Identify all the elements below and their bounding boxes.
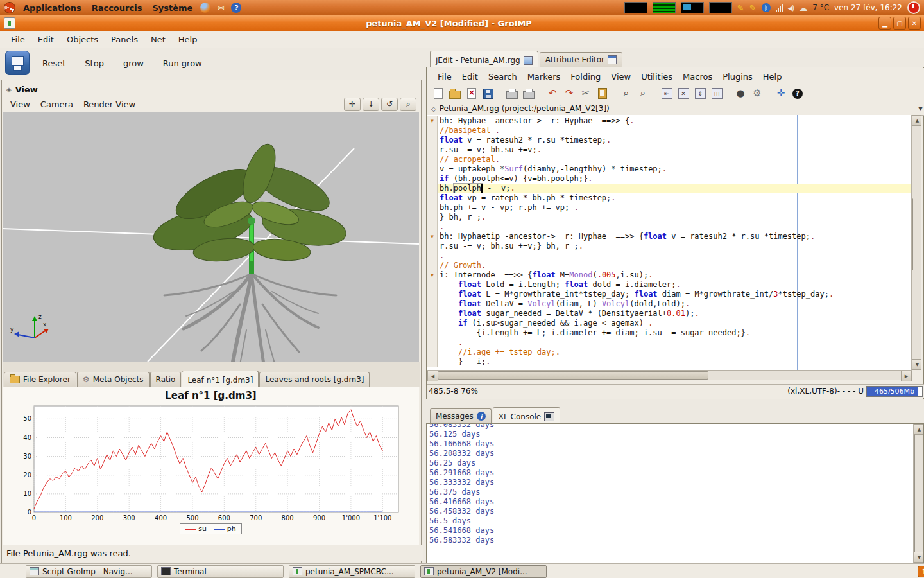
- code-line[interactable]: ▼bh: Hyphae -ancestor-> r: Hyphae ==>> {…: [427, 116, 912, 126]
- viewport-3d[interactable]: z x y: [3, 112, 419, 362]
- code-line[interactable]: float Lold = i.Length; float dold = i.di…: [427, 280, 912, 290]
- fold-gutter[interactable]: ▼: [427, 232, 438, 241]
- fold-gutter[interactable]: [427, 155, 438, 164]
- fold-gutter[interactable]: [427, 222, 438, 232]
- jedit-buffer-row[interactable]: ◇ Petunia_AM.rgg (project:/petunia_AM_V2…: [427, 102, 924, 116]
- scroll-down-icon[interactable]: ▼: [912, 359, 921, 370]
- view-menu-render-view[interactable]: Render View: [78, 98, 141, 110]
- remove-trailing-ws-icon[interactable]: ✕: [676, 87, 690, 101]
- help-icon[interactable]: ?: [791, 87, 805, 101]
- find-next-icon[interactable]: ⌕: [636, 87, 650, 101]
- fold-gutter[interactable]: [427, 261, 438, 270]
- toolbar-button-stop[interactable]: Stop: [81, 56, 108, 71]
- panel-menu-raccourcis[interactable]: Raccourcis: [89, 3, 145, 13]
- rotate-view-tool-icon[interactable]: ↺: [381, 98, 398, 111]
- editor-vscrollbar[interactable]: ▲ ▼: [911, 115, 921, 370]
- fold-gutter[interactable]: [427, 299, 438, 309]
- code-line[interactable]: // acropetal.: [427, 155, 912, 164]
- fold-gutter[interactable]: [427, 145, 438, 155]
- panel-menu-applications[interactable]: Applications: [21, 3, 84, 13]
- fold-gutter[interactable]: ▼: [427, 270, 438, 280]
- volume-icon[interactable]: ◀): [788, 4, 794, 12]
- fold-gutter[interactable]: [427, 319, 438, 328]
- scroll-right-icon[interactable]: ▶: [901, 371, 912, 381]
- fold-gutter[interactable]: [427, 174, 438, 184]
- jedit-menu-edit[interactable]: Edit: [457, 70, 483, 83]
- editor-hscrollbar[interactable]: ◀ ▶: [427, 370, 912, 380]
- fold-gutter[interactable]: [427, 338, 438, 347]
- find-icon[interactable]: ⌕: [619, 87, 633, 101]
- code-line[interactable]: float v = ratesuh2 * r.su *timestep;.: [427, 136, 912, 145]
- jedit-menu-help[interactable]: Help: [758, 70, 787, 83]
- window-titlebar[interactable]: petunia_AM_V2 [Modified] - GroIMP ▁ ▢ ✕: [0, 15, 924, 31]
- code-line[interactable]: // Growth.: [427, 261, 912, 270]
- fold-gutter[interactable]: [427, 193, 438, 203]
- toolbar-button-grow[interactable]: grow: [119, 56, 148, 71]
- bluetooth-icon[interactable]: ᛒ: [762, 3, 771, 12]
- fold-gutter[interactable]: [427, 309, 438, 319]
- clock-label[interactable]: ven 27 fév, 16:22: [834, 3, 902, 12]
- app-menu-file[interactable]: File: [5, 33, 31, 46]
- code-line[interactable]: float vp = rateph * bh.ph * timestep;.: [427, 193, 912, 203]
- paste-icon[interactable]: [595, 87, 610, 101]
- expand-folds-icon[interactable]: ⇕: [693, 87, 707, 101]
- macros-icon[interactable]: ●: [733, 87, 748, 101]
- move-tool-icon[interactable]: ✛: [344, 98, 361, 111]
- code-line[interactable]: if (i.su>sugar_needed && i.age < agemax)…: [427, 319, 912, 328]
- fold-gutter[interactable]: [427, 136, 438, 145]
- memory-gauge[interactable]: 465/506Mb: [866, 386, 923, 397]
- panel-menu-systeme[interactable]: Système: [150, 3, 195, 13]
- taskbar-button-petunia-am-spmcbc[interactable]: petunia_AM_SPMCBC...: [289, 565, 415, 578]
- code-editor[interactable]: ▼bh: Hyphae -ancestor-> r: Hyphae ==>> {…: [427, 115, 921, 370]
- tab-leaves-and-roots-g-dm3[interactable]: Leaves and roots [g.dm3]: [259, 372, 370, 387]
- code-line[interactable]: .: [427, 251, 912, 261]
- jedit-menu-utilities[interactable]: Utilities: [636, 70, 678, 83]
- fold-gutter[interactable]: ▼: [427, 116, 438, 126]
- code-line[interactable]: } i;.: [427, 357, 912, 367]
- code-line[interactable]: float L = M*growthrate_int*tstep_day; fl…: [427, 290, 912, 299]
- network-signal-icon[interactable]: [776, 3, 783, 12]
- zoom-tool-icon[interactable]: ⌕: [400, 98, 416, 111]
- jedit-menu-search[interactable]: Search: [483, 70, 522, 83]
- fold-gutter[interactable]: [427, 126, 438, 136]
- app-menu-edit[interactable]: Edit: [32, 33, 60, 46]
- app-menu-help[interactable]: Help: [173, 33, 203, 46]
- indent-lines-icon[interactable]: ⇤: [660, 87, 674, 101]
- tab-ratio[interactable]: Ratio: [150, 372, 182, 387]
- open-file-icon[interactable]: [448, 87, 462, 101]
- minimize-button[interactable]: ▁: [878, 17, 891, 30]
- buffer-combo-arrow-icon[interactable]: ▼: [918, 105, 923, 112]
- scroll-left-icon[interactable]: ◀: [427, 371, 438, 381]
- window-thumbnail-2[interactable]: [653, 2, 676, 13]
- jedit-menu-macros[interactable]: Macros: [678, 70, 717, 83]
- fold-gutter[interactable]: [427, 251, 438, 261]
- app-menu-panels[interactable]: Panels: [105, 33, 144, 46]
- window-thumbnail-4[interactable]: [709, 2, 732, 13]
- toolbar-button-reset[interactable]: Reset: [38, 56, 69, 71]
- close-buffer-icon[interactable]: ×: [465, 87, 479, 101]
- view-menu-view[interactable]: View: [5, 98, 35, 110]
- redo-icon[interactable]: ↷: [562, 87, 576, 101]
- code-line[interactable]: } bh, r ;.: [427, 213, 912, 222]
- quit-button[interactable]: [907, 1, 920, 14]
- tab-leaf-n-1-g-dm3[interactable]: Leaf n°1 [g.dm3]: [182, 371, 259, 387]
- code-line[interactable]: .: [427, 338, 912, 347]
- mail-launcher-icon[interactable]: ✉: [216, 3, 226, 13]
- taskbar-button-script-groimp-navig[interactable]: Script GroImp - Navig...: [26, 565, 152, 578]
- fold-gutter[interactable]: [427, 203, 438, 213]
- fold-gutter[interactable]: [427, 213, 438, 222]
- fold-gutter[interactable]: [427, 184, 438, 193]
- code-line[interactable]: //i.age += tstep_day;.: [427, 347, 912, 357]
- console-scroll-up-icon[interactable]: ▲: [914, 424, 924, 435]
- page-setup-icon[interactable]: [522, 87, 536, 101]
- code-line[interactable]: float DeltaV = Volcyl(diam, L)-Volcyl(do…: [427, 299, 912, 309]
- save-button[interactable]: [5, 51, 30, 75]
- global-options-icon[interactable]: ⚙: [750, 87, 764, 101]
- fold-gutter[interactable]: [427, 357, 438, 367]
- cut-icon[interactable]: ✂: [579, 87, 593, 101]
- code-line[interactable]: ▼bh: Hyphaetip -ancestor-> r: Hyphae ==>…: [427, 232, 912, 241]
- tab-messages[interactable]: Messagesi: [430, 408, 492, 423]
- tab-file-explorer[interactable]: File Explorer: [4, 372, 76, 387]
- console-vscroll-thumb[interactable]: [914, 434, 915, 552]
- plugin-options-icon[interactable]: ✛: [774, 87, 788, 101]
